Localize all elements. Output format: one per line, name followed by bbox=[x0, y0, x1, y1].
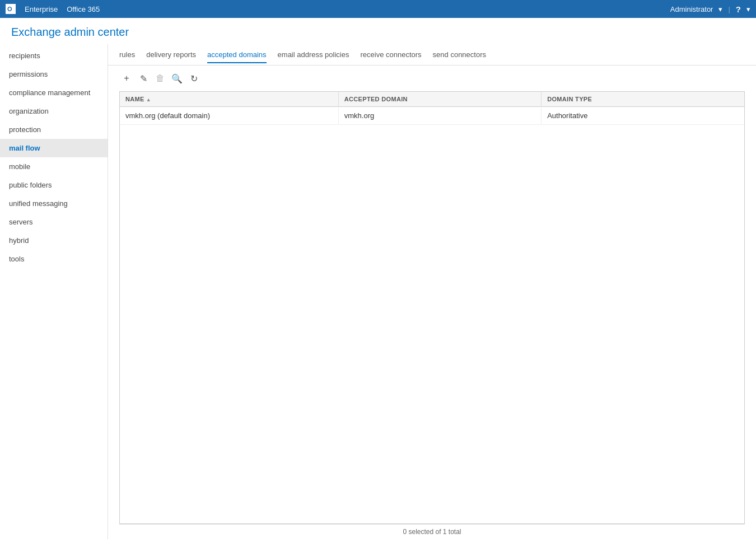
page-title-area: Exchange admin center bbox=[0, 18, 756, 44]
domains-table: NAME▲ACCEPTED DOMAINDOMAIN TYPE vmkh.org… bbox=[120, 92, 744, 125]
main-content: rulesdelivery reportsaccepted domainsema… bbox=[108, 44, 756, 539]
column-header-accepted-domain: ACCEPTED DOMAIN bbox=[338, 92, 541, 107]
add-button[interactable]: + bbox=[119, 71, 134, 86]
toolbar: + ✎ 🗑 🔍 ↻ bbox=[108, 65, 756, 91]
cell-domain-type: Authoritative bbox=[542, 107, 744, 125]
table-body: vmkh.org (default domain)vmkh.orgAuthori… bbox=[120, 107, 744, 125]
table-header: NAME▲ACCEPTED DOMAINDOMAIN TYPE bbox=[120, 92, 744, 107]
search-button[interactable]: 🔍 bbox=[170, 71, 184, 86]
edit-button[interactable]: ✎ bbox=[136, 71, 151, 86]
user-label[interactable]: Administrator bbox=[670, 5, 713, 13]
svg-text:O: O bbox=[7, 6, 12, 12]
layout: recipientspermissionscompliance manageme… bbox=[0, 44, 756, 539]
refresh-button[interactable]: ↻ bbox=[186, 71, 201, 86]
sidebar-item-tools[interactable]: tools bbox=[0, 250, 108, 268]
status-bar: 0 selected of 1 total bbox=[119, 524, 745, 539]
user-dropdown-icon[interactable]: ▾ bbox=[718, 5, 722, 13]
tab-rules[interactable]: rules bbox=[119, 46, 135, 63]
sidebar-item-hybrid[interactable]: hybrid bbox=[0, 231, 108, 250]
cell-name: vmkh.org (default domain) bbox=[120, 107, 338, 125]
domains-table-container: NAME▲ACCEPTED DOMAINDOMAIN TYPE vmkh.org… bbox=[119, 91, 745, 524]
sidebar-item-organization[interactable]: organization bbox=[0, 102, 108, 120]
sidebar-item-servers[interactable]: servers bbox=[0, 213, 108, 231]
topbar-right: Administrator ▾ | ? ▾ bbox=[670, 4, 750, 14]
sidebar-item-mail-flow[interactable]: mail flow bbox=[0, 139, 108, 157]
sidebar-item-protection[interactable]: protection bbox=[0, 120, 108, 139]
sidebar-item-public-folders[interactable]: public folders bbox=[0, 176, 108, 194]
tab-email-address-policies[interactable]: email address policies bbox=[278, 46, 349, 63]
tab-bar: rulesdelivery reportsaccepted domainsema… bbox=[108, 44, 756, 65]
sidebar: recipientspermissionscompliance manageme… bbox=[0, 44, 108, 539]
sidebar-item-compliance-management[interactable]: compliance management bbox=[0, 83, 108, 102]
status-text: 0 selected of 1 total bbox=[403, 528, 461, 536]
sidebar-item-permissions[interactable]: permissions bbox=[0, 65, 108, 83]
tab-receive-connectors[interactable]: receive connectors bbox=[360, 46, 421, 63]
tab-accepted-domains[interactable]: accepted domains bbox=[207, 46, 267, 63]
topbar-separator: | bbox=[728, 5, 730, 13]
tab-delivery-reports[interactable]: delivery reports bbox=[146, 46, 196, 63]
column-header-domain-type: DOMAIN TYPE bbox=[542, 92, 744, 107]
table-header-row: NAME▲ACCEPTED DOMAINDOMAIN TYPE bbox=[120, 92, 744, 107]
column-header-name[interactable]: NAME▲ bbox=[120, 92, 338, 107]
help-label[interactable]: ? bbox=[736, 4, 741, 14]
sidebar-item-mobile[interactable]: mobile bbox=[0, 157, 108, 176]
sidebar-item-unified-messaging[interactable]: unified messaging bbox=[0, 194, 108, 213]
enterprise-label: Enterprise bbox=[25, 5, 58, 13]
page-title: Exchange admin center bbox=[11, 26, 745, 39]
sidebar-item-recipients[interactable]: recipients bbox=[0, 46, 108, 65]
app-logo: O bbox=[6, 4, 16, 14]
tab-send-connectors[interactable]: send connectors bbox=[433, 46, 486, 63]
topbar-left: O Enterprise Office 365 bbox=[6, 4, 100, 14]
office365-label: Office 365 bbox=[67, 5, 100, 13]
help-dropdown-icon[interactable]: ▾ bbox=[746, 5, 750, 13]
cell-accepted-domain: vmkh.org bbox=[338, 107, 541, 125]
topbar: O Enterprise Office 365 Administrator ▾ … bbox=[0, 0, 756, 18]
delete-button[interactable]: 🗑 bbox=[153, 71, 167, 86]
table-row[interactable]: vmkh.org (default domain)vmkh.orgAuthori… bbox=[120, 107, 744, 125]
sort-arrow-name: ▲ bbox=[146, 97, 151, 102]
